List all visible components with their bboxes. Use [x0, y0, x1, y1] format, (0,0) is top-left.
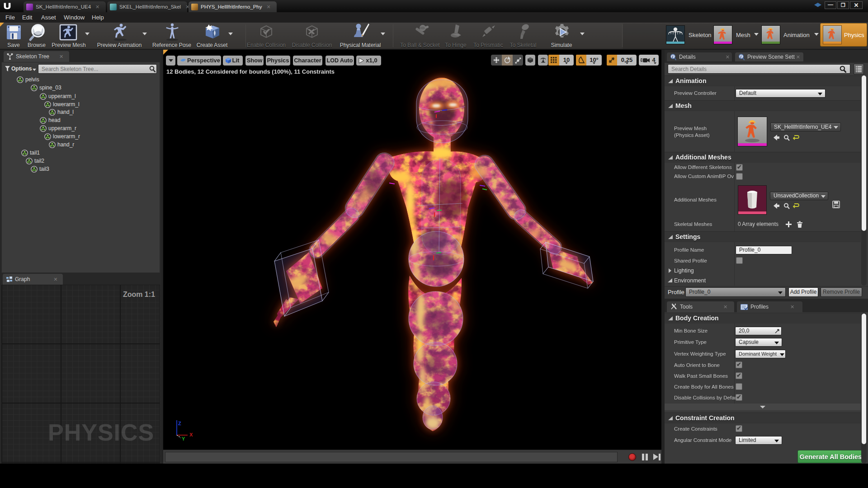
- svg-text:Z: Z: [178, 421, 181, 426]
- svg-text:X: X: [189, 432, 193, 437]
- svg-text:Y: Y: [182, 436, 185, 441]
